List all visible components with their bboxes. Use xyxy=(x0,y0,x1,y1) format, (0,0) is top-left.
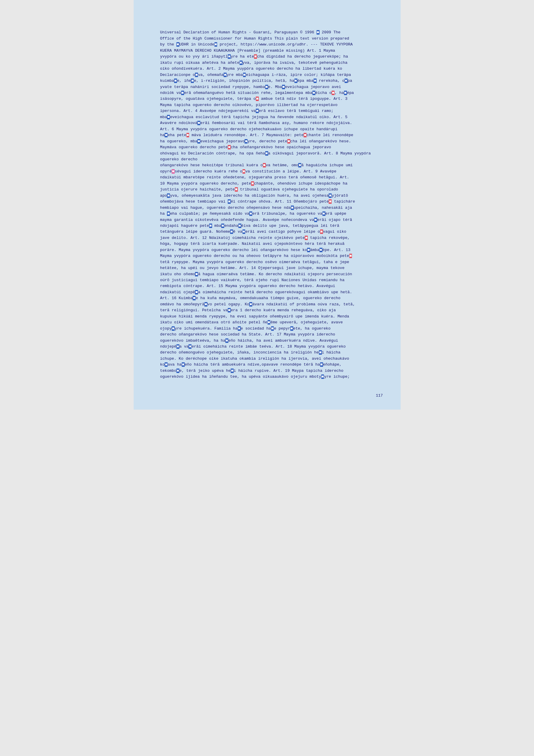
highlight-66: ■ xyxy=(238,326,241,331)
highlight-19: ■ xyxy=(332,91,335,95)
highlight-50: ■ xyxy=(239,224,241,228)
highlight-36: ■ xyxy=(242,169,245,174)
highlight-27: ■ xyxy=(304,133,307,137)
highlight-44: ■ xyxy=(167,211,170,216)
page: Universal Declaration of Human Rights - … xyxy=(134,0,401,410)
highlight-43: ■ xyxy=(291,205,294,210)
highlight-30: ■ xyxy=(287,139,290,144)
highlight-77: ■ xyxy=(231,368,234,373)
highlight-26: ■ xyxy=(187,133,190,137)
highlight-10: ■ xyxy=(174,79,177,83)
highlight-33: ■ xyxy=(263,163,266,168)
highlight-32: ■ xyxy=(265,151,268,156)
highlight-29: ■ xyxy=(244,139,247,144)
highlight-75: ■ xyxy=(320,362,323,367)
highlight-37: ■ xyxy=(251,181,254,186)
highlight-48: ■ xyxy=(209,224,212,228)
highlight-54: ■ xyxy=(305,236,308,240)
highlight-12: ■ xyxy=(294,79,297,83)
highlight-42: ■ xyxy=(329,199,332,204)
highlight-5: ■ xyxy=(254,54,257,59)
highlight-53: ■ xyxy=(320,230,323,234)
highlight-49: ■ xyxy=(221,224,224,228)
highlight-18: ■ xyxy=(313,91,316,95)
highlight-73: ■ xyxy=(165,362,167,367)
highlight-15: ■ xyxy=(265,85,268,89)
highlight-69: ■ xyxy=(225,338,228,343)
highlight-1: ■ xyxy=(317,30,319,35)
highlight-20: ■ xyxy=(344,91,347,95)
highlight-52: ■ xyxy=(242,230,245,234)
highlight-31: ■ xyxy=(228,145,231,149)
highlight-72: ■ xyxy=(319,350,322,355)
highlight-38: ■ xyxy=(235,187,238,192)
highlight-23: ■ xyxy=(167,115,170,119)
highlight-55: ■ xyxy=(307,248,310,252)
highlight-58: ■ xyxy=(195,272,198,276)
highlight-17: ■ xyxy=(181,91,184,95)
highlight-59: ■ xyxy=(195,290,198,294)
highlight-76: ■ xyxy=(176,368,179,373)
highlight-64: ■ xyxy=(267,320,270,325)
highlight-74: ■ xyxy=(182,362,185,367)
highlight-6: ■ xyxy=(240,61,242,65)
highlight-28: ■ xyxy=(197,139,200,144)
highlight-3: ■ xyxy=(215,42,217,47)
highlight-62: ■ xyxy=(249,302,252,307)
text-line-1: Universal Declaration of Human Rights - … xyxy=(160,30,373,379)
highlight-71: ■ xyxy=(189,344,191,349)
highlight-67: ■ xyxy=(271,326,274,331)
highlight-14: ■ xyxy=(344,79,347,83)
highlight-61: ■ xyxy=(204,302,207,307)
highlight-25: ■ xyxy=(165,133,167,137)
highlight-16: ■ xyxy=(282,85,285,89)
highlight-65: ■ xyxy=(172,326,175,331)
highlight-21: ■ xyxy=(256,96,259,101)
highlight-68: ■ xyxy=(290,326,293,331)
highlight-13: ■ xyxy=(314,79,317,83)
highlight-41: ■ xyxy=(228,199,231,204)
highlight-51: ■ xyxy=(230,230,233,234)
highlight-8: ■ xyxy=(224,73,227,77)
highlight-47: ■ xyxy=(314,218,317,222)
highlight-34: ■ xyxy=(298,163,301,168)
highlight-45: ■ xyxy=(249,211,252,216)
highlight-60: ■ xyxy=(193,296,196,300)
highlight-2: ■ xyxy=(176,42,179,47)
highlight-46: ■ xyxy=(322,211,325,216)
highlight-7: ■ xyxy=(195,73,198,77)
highlight-70: ■ xyxy=(176,344,179,349)
main-text: Universal Declaration of Human Rights - … xyxy=(160,24,374,386)
highlight-40: ■ xyxy=(329,193,332,198)
highlight-57: ■ xyxy=(349,254,352,258)
highlight-78: ■ xyxy=(321,374,324,379)
highlight-39: ■ xyxy=(167,193,170,198)
highlight-63: ■ xyxy=(228,308,231,312)
highlight-22: ■ xyxy=(256,109,259,113)
page-number: 117 xyxy=(376,393,383,398)
highlight-56: ■ xyxy=(319,248,322,252)
highlight-11: ■ xyxy=(191,79,194,83)
the-word: The xyxy=(333,30,341,35)
highlight-35: ■ xyxy=(172,169,175,174)
highlight-24: ■ xyxy=(197,121,200,125)
highlight-9: ■ xyxy=(243,73,246,77)
highlight-4: ■ xyxy=(228,54,231,59)
